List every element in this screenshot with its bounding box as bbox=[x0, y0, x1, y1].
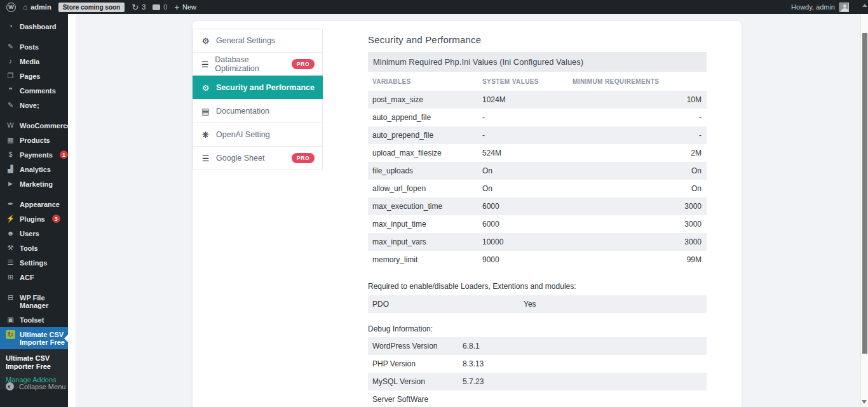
sidebar-item[interactable]: ♪ Media bbox=[0, 54, 68, 69]
bar-chart-icon: ▟ bbox=[6, 165, 15, 173]
collapse-menu-button[interactable]: Collapse Menu bbox=[0, 382, 65, 390]
settings-nav-item-label: General Settings bbox=[216, 36, 275, 45]
sidebar-item-label: Settings bbox=[20, 258, 47, 267]
sidebar-item-label: ACF bbox=[20, 273, 34, 281]
updates-icon: ↻ bbox=[132, 3, 139, 12]
sidebar-item-label: Products bbox=[20, 136, 50, 144]
table-row: PDO Yes bbox=[368, 295, 707, 313]
sidebar-item[interactable]: ◔ Dashboard bbox=[0, 19, 68, 34]
debug-name: Server SoftWare bbox=[372, 395, 463, 404]
new-menu[interactable]: + New bbox=[174, 3, 196, 12]
page-title: Security and Performance bbox=[368, 34, 707, 45]
settings-nav-item[interactable]: ⚙ Security and Performance bbox=[193, 76, 323, 100]
avatar bbox=[839, 3, 849, 12]
sidebar-item[interactable]: ☻ Users bbox=[0, 226, 68, 241]
wordpress-logo-icon[interactable]: W bbox=[6, 3, 16, 12]
toolbox-icon: ▣ bbox=[6, 316, 15, 323]
pushpin-icon: ✎ bbox=[6, 43, 15, 50]
system-value: 6000 bbox=[482, 220, 573, 229]
minimum-requirement: - bbox=[573, 131, 707, 140]
settings-nav-item[interactable]: ▤ Documentation bbox=[193, 99, 323, 123]
settings-nav-item-label: OpenAI Setting bbox=[216, 130, 270, 139]
sidebar-item[interactable]: ❐ Pages bbox=[0, 69, 68, 83]
variable-name: max_input_vars bbox=[372, 237, 482, 246]
variable-name: max_execution_time bbox=[372, 202, 482, 211]
sidebar-item[interactable]: ▣ Toolset bbox=[0, 312, 68, 327]
coming-soon-badge[interactable]: Store coming soon bbox=[58, 3, 125, 12]
database-icon: ☰ bbox=[201, 60, 209, 69]
table-row: PHP Version 8.3.13 bbox=[368, 355, 707, 373]
system-value: 1024M bbox=[482, 95, 573, 104]
sidebar-item[interactable]: W WooCommerce bbox=[0, 118, 68, 133]
minimum-requirement: On bbox=[573, 166, 707, 175]
sidebar-item-label: Tools bbox=[20, 244, 38, 252]
settings-nav-item-label: Security and Performance bbox=[216, 83, 315, 92]
sidebar-item-label: Appearance bbox=[20, 200, 60, 208]
table-row: post_max_size 1024M 10M bbox=[368, 91, 707, 109]
settings-nav-item[interactable]: ☰ Google Sheet PRO bbox=[193, 146, 323, 170]
comment-bubble-icon: ❞ bbox=[6, 86, 15, 94]
settings-nav-item[interactable]: ☰ Database Optimization PRO bbox=[193, 52, 323, 76]
sidebar-item[interactable]: ▟ Analytics bbox=[0, 162, 68, 177]
loaders-label: Required to enable/disable Loaders, Exte… bbox=[368, 282, 707, 291]
plugin-icon: ⚡ bbox=[6, 215, 15, 222]
scroll-up-arrow-icon[interactable] bbox=[862, 4, 867, 7]
sidebar-item[interactable]: ► Marketing bbox=[0, 177, 68, 191]
site-menu[interactable]: ⌂ admin bbox=[23, 3, 51, 11]
sidebar-item-label: Analytics bbox=[20, 165, 51, 173]
sidebar-item-label: Dashboard bbox=[20, 22, 56, 30]
system-value: - bbox=[482, 131, 573, 140]
sidebar-item[interactable]: ⚡ Plugins 3 bbox=[0, 211, 68, 226]
section-header: Minimum Required Php.Ini Values (Ini Con… bbox=[368, 52, 707, 72]
settings-nav-item[interactable]: ⚙ General Settings bbox=[193, 29, 323, 53]
system-value: On bbox=[482, 166, 573, 175]
col-header-variables: VARIABLES bbox=[372, 78, 482, 85]
updates-count: 3 bbox=[142, 3, 146, 11]
settings-nav-item-label: Database Optimization bbox=[215, 55, 286, 73]
sidebar-item-label: Comments bbox=[20, 86, 56, 95]
sidebar-item[interactable]: $ Payments 1 bbox=[0, 147, 68, 162]
plugin-page-background: ⚙ General Settings ☰ Database Optimizati… bbox=[76, 14, 860, 407]
folder-icon: ⊟ bbox=[6, 293, 15, 301]
account-menu[interactable]: Howdy, admin bbox=[791, 3, 849, 12]
sidebar-item[interactable]: ▦ Products bbox=[0, 133, 68, 147]
collapse-arrow-icon bbox=[6, 382, 14, 390]
count-badge: 3 bbox=[52, 215, 60, 223]
table-row: max_execution_time 6000 3000 bbox=[368, 197, 707, 215]
sidebar-item[interactable]: ☰ Settings bbox=[0, 255, 68, 270]
sidebar-item[interactable]: ↻ Ultimate CSV Importer Free bbox=[0, 327, 68, 349]
comments-menu[interactable]: 0 bbox=[153, 3, 167, 11]
sidebar-item-label: Nove; bbox=[20, 101, 39, 109]
comment-bubble-icon bbox=[153, 4, 160, 10]
system-value: 6000 bbox=[482, 202, 573, 211]
gear-icon: ⚙ bbox=[201, 83, 210, 93]
sidebar-item[interactable]: ❞ Comments bbox=[0, 83, 68, 98]
minimum-requirement: 99M bbox=[573, 255, 707, 264]
sidebar-item[interactable]: ✒ Appearance bbox=[0, 197, 68, 211]
minimum-requirement: 3000 bbox=[573, 220, 707, 229]
sidebar-item[interactable]: ✎ Nove; bbox=[0, 98, 68, 112]
tools-icon: ⚒ bbox=[6, 244, 15, 251]
table-row: auto_prepend_file - - bbox=[368, 126, 707, 144]
sidebar-item[interactable]: ⚒ Tools bbox=[0, 241, 68, 255]
admin-bar: W ⌂ admin Store coming soon ↻ 3 0 + New … bbox=[0, 0, 860, 14]
sidebar-item[interactable]: ⊟ WP File Manager bbox=[0, 290, 68, 312]
scrollbar-thumb[interactable] bbox=[862, 33, 867, 354]
loader-name: PDO bbox=[372, 300, 524, 309]
home-icon: ⌂ bbox=[23, 3, 27, 11]
sidebar-item-label: Pages bbox=[20, 72, 40, 80]
sidebar-item[interactable]: ✎ Posts bbox=[0, 39, 68, 54]
sidebar-item[interactable]: ⊞ ACF bbox=[0, 270, 68, 284]
system-value: 524M bbox=[482, 149, 573, 157]
scroll-down-arrow-icon[interactable] bbox=[862, 400, 867, 404]
settings-nav-item[interactable]: ❋ OpenAI Setting bbox=[193, 123, 323, 147]
variable-name: upload_max_filesize bbox=[372, 149, 482, 157]
debug-info-label: Debug Information: bbox=[368, 324, 707, 333]
page-scrollbar[interactable] bbox=[860, 0, 868, 407]
submenu-item-current[interactable]: Ultimate CSV Importer Free bbox=[6, 354, 62, 371]
user-icon: ☻ bbox=[6, 229, 15, 237]
debug-value: 8.3.13 bbox=[463, 359, 707, 368]
variable-name: memory_limit bbox=[372, 255, 482, 264]
debug-value: 5.7.23 bbox=[463, 377, 707, 386]
updates-menu[interactable]: ↻ 3 bbox=[132, 3, 146, 12]
